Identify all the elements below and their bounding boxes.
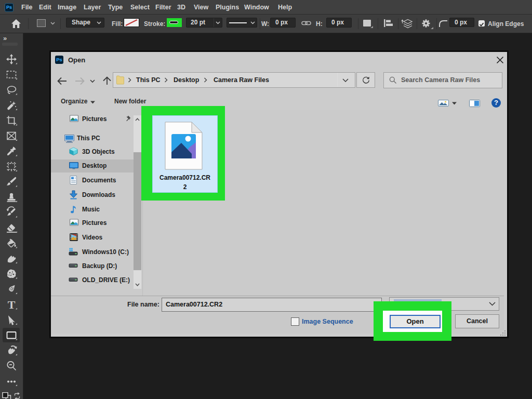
svg-text:T: T bbox=[8, 298, 16, 311]
